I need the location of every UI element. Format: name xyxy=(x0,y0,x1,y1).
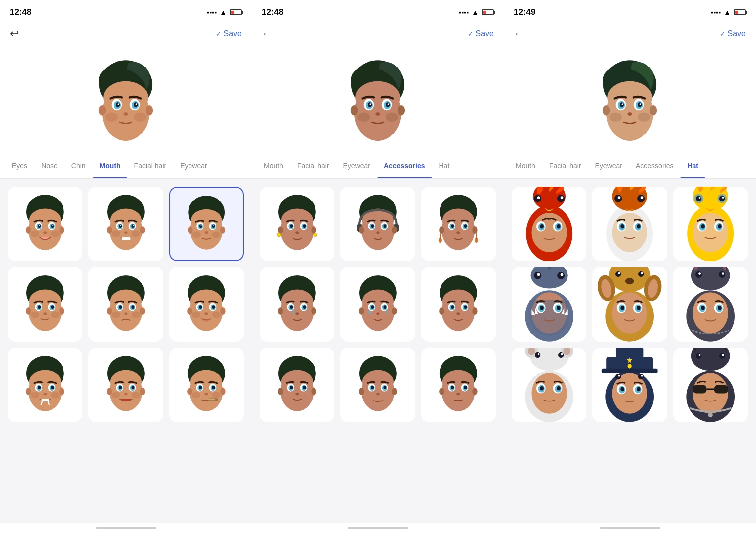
svg-point-366 xyxy=(615,271,621,277)
tab-hat-2[interactable]: Hat xyxy=(432,157,457,178)
tab-eyes-1[interactable]: Eyes xyxy=(5,157,34,178)
avatar-face-svg-1 xyxy=(85,57,167,146)
mouth-item-7[interactable] xyxy=(8,348,82,422)
svg-point-95 xyxy=(190,289,222,313)
time-2: 12:48 xyxy=(262,7,283,17)
hat-item-4[interactable] xyxy=(512,267,586,341)
back-button-1[interactable]: ↩ xyxy=(10,27,19,40)
mouth-item-8[interactable] xyxy=(88,348,163,422)
mouth-item-9[interactable] xyxy=(169,348,244,422)
tab-facialhair-2[interactable]: Facial hair xyxy=(290,157,336,178)
svg-point-27 xyxy=(44,231,47,234)
home-indicator-3 xyxy=(504,523,756,535)
svg-point-28 xyxy=(31,231,40,237)
svg-point-206 xyxy=(439,227,444,234)
svg-point-397 xyxy=(535,352,540,358)
svg-point-101 xyxy=(212,305,215,309)
tab-eyewear-1[interactable]: Eyewear xyxy=(173,157,214,178)
tab-accessories-3[interactable]: Accessories xyxy=(629,157,680,178)
acc-item-3[interactable] xyxy=(421,187,496,261)
svg-point-425 xyxy=(693,373,728,414)
svg-point-275 xyxy=(392,388,397,395)
back-button-3[interactable]: ← xyxy=(514,27,525,40)
tab-mouth-3[interactable]: Mouth xyxy=(509,157,542,178)
status-bar-2: 12:48 ▪▪▪▪ ▲ xyxy=(252,0,504,22)
svg-point-31 xyxy=(60,227,64,234)
tab-chin-1[interactable]: Chin xyxy=(64,157,93,178)
acc-item-8[interactable] xyxy=(340,348,415,422)
svg-rect-411 xyxy=(616,348,643,358)
mouth-item-5[interactable] xyxy=(88,267,163,341)
battery-icon-2 xyxy=(482,9,494,15)
acc-item-2[interactable] xyxy=(340,187,415,261)
hat-item-3[interactable] xyxy=(673,187,748,261)
svg-point-414 xyxy=(615,374,621,379)
svg-point-426 xyxy=(691,348,730,371)
wifi-icon: ▲ xyxy=(220,8,227,16)
hat-item-6[interactable] xyxy=(673,267,748,341)
acc-item-5[interactable] xyxy=(340,267,415,341)
svg-point-155 xyxy=(355,81,400,114)
signal-icon-3: ▪▪▪▪ xyxy=(711,8,721,16)
hat-item-2[interactable] xyxy=(592,187,667,261)
mouth-item-3[interactable] xyxy=(169,187,244,261)
tab-facialhair-3[interactable]: Facial hair xyxy=(542,157,588,178)
tab-hat-3[interactable]: Hat xyxy=(680,157,705,178)
check-icon-3: ✓ xyxy=(720,30,726,38)
tab-mouth-1[interactable]: Mouth xyxy=(93,157,127,178)
hat-item-5[interactable] xyxy=(592,267,667,341)
hat-item-8[interactable] xyxy=(592,348,667,422)
svg-point-100 xyxy=(199,305,202,309)
acc-item-9[interactable] xyxy=(421,348,496,422)
svg-point-63 xyxy=(188,226,192,233)
mouth-item-4[interactable] xyxy=(8,267,82,341)
mouth-item-1[interactable] xyxy=(8,187,82,261)
svg-point-224 xyxy=(296,312,299,315)
svg-point-212 xyxy=(456,231,460,234)
tab-eyewear-2[interactable]: Eyewear xyxy=(336,157,377,178)
svg-point-337 xyxy=(719,196,725,201)
mouth-item-2[interactable] xyxy=(88,187,163,261)
nav-bar-3: ← ✓ Save xyxy=(504,22,756,48)
avatar-1 xyxy=(85,57,167,146)
acc-item-6[interactable] xyxy=(421,267,496,341)
svg-point-432 xyxy=(719,353,725,359)
svg-point-133 xyxy=(111,392,120,398)
acc-item-4[interactable] xyxy=(260,267,334,341)
save-button-2[interactable]: ✓ Save xyxy=(468,29,494,38)
svg-point-116 xyxy=(51,386,54,389)
svg-point-345 xyxy=(718,224,722,228)
tab-eyewear-3[interactable]: Eyewear xyxy=(588,157,629,178)
avatar-area-1 xyxy=(0,48,252,157)
svg-point-146 xyxy=(204,393,208,395)
svg-point-30 xyxy=(26,227,31,234)
svg-point-179 xyxy=(312,227,316,234)
svg-point-64 xyxy=(220,226,225,233)
save-button-1[interactable]: ✓ Save xyxy=(216,29,242,38)
svg-point-293 xyxy=(638,112,650,122)
svg-point-279 xyxy=(442,370,474,394)
hat-item-9[interactable] xyxy=(673,348,748,422)
svg-point-105 xyxy=(212,311,221,318)
svg-point-168 xyxy=(398,105,405,115)
svg-point-413 xyxy=(628,364,632,369)
save-button-3[interactable]: ✓ Save xyxy=(720,29,746,38)
svg-point-380 xyxy=(695,271,702,278)
wifi-icon-3: ▲ xyxy=(724,8,731,16)
tab-mouth-2[interactable]: Mouth xyxy=(257,157,290,178)
tab-accessories-2[interactable]: Accessories xyxy=(377,157,432,178)
svg-point-67 xyxy=(29,289,61,313)
acc-item-7[interactable] xyxy=(260,348,334,422)
status-icons-3: ▪▪▪▪ ▲ xyxy=(711,8,746,16)
svg-point-110 xyxy=(29,370,61,394)
hat-item-1[interactable] xyxy=(512,187,586,261)
battery-icon-3 xyxy=(734,9,746,15)
mouth-item-6[interactable] xyxy=(169,267,244,341)
panel-3: 12:49 ▪▪▪▪ ▲ ← ✓ Save xyxy=(504,0,756,535)
back-button-2[interactable]: ← xyxy=(262,27,273,40)
hat-item-7[interactable] xyxy=(512,348,586,422)
tab-facialhair-1[interactable]: Facial hair xyxy=(127,157,174,178)
tab-nose-1[interactable]: Nose xyxy=(34,157,64,178)
acc-item-1[interactable] xyxy=(260,187,334,261)
svg-point-178 xyxy=(278,227,283,234)
